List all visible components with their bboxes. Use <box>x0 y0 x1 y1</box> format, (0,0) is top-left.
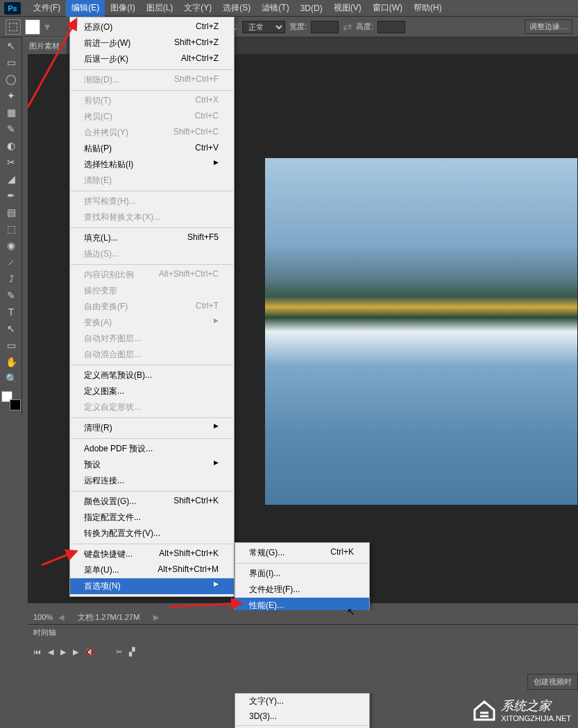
tool-14[interactable]: ⤴ <box>0 270 22 287</box>
goto-start-icon[interactable]: ⏮ <box>33 648 41 657</box>
cut-icon[interactable]: ✂ <box>116 648 122 657</box>
cursor-icon: ↖ <box>347 606 355 617</box>
menu-item[interactable]: 定义画笔预设(B)... <box>70 367 234 383</box>
menu-item: 剪切(T)Ctrl+X <box>70 93 234 109</box>
prev-frame-icon[interactable]: ◀ <box>48 648 53 657</box>
menu-image[interactable]: 图像(I) <box>105 0 140 17</box>
menu-item[interactable]: 菜单(U)...Alt+Shift+Ctrl+M <box>70 562 234 578</box>
menu-item[interactable]: 键盘快捷键...Alt+Shift+Ctrl+K <box>70 546 234 562</box>
tool-1[interactable]: ▭ <box>0 54 22 71</box>
menu-item[interactable]: Adobe PDF 预设... <box>70 441 234 457</box>
width-input[interactable] <box>311 21 339 33</box>
timeline-title: 时间轴 <box>28 625 578 641</box>
tool-7[interactable]: ✂ <box>0 154 22 171</box>
create-video-button[interactable]: 创建视频时 <box>527 674 578 690</box>
tool-9[interactable]: ✒ <box>0 187 22 204</box>
zoom-level[interactable]: 100% <box>28 613 58 621</box>
menu-item[interactable]: 后退一步(K)Alt+Ctrl+Z <box>70 51 234 67</box>
menu-item[interactable]: 还原(O)Ctrl+Z <box>70 19 234 35</box>
mute-icon[interactable]: 🔇 <box>85 648 95 657</box>
edit-dropdown: 还原(O)Ctrl+Z前进一步(W)Shift+Ctrl+Z后退一步(K)Alt… <box>69 17 235 597</box>
menu-item: 拼写检查(H)... <box>70 193 234 209</box>
menu-help[interactable]: 帮助(H) <box>408 0 448 17</box>
tool-3[interactable]: ✦ <box>0 87 22 104</box>
menu-item[interactable]: 选择性粘贴(I)▶ <box>70 157 234 173</box>
menu-item[interactable]: 远程连接... <box>70 473 234 489</box>
menu-item[interactable]: 颜色设置(G)...Shift+Ctrl+K <box>70 494 234 510</box>
menu-item[interactable]: 粘贴(P)Ctrl+V <box>70 141 234 157</box>
tool-12[interactable]: ◉ <box>0 237 22 254</box>
svg-line-2 <box>170 603 241 607</box>
menu-item[interactable]: 预设▶ <box>70 457 234 473</box>
tool-4[interactable]: ▦ <box>0 104 22 121</box>
tool-18[interactable]: ▭ <box>0 337 22 354</box>
tool-17[interactable]: ↖ <box>0 320 22 337</box>
menu-item: 拷贝(C)Ctrl+C <box>70 109 234 125</box>
menu-item: 渐隐(D)...Shift+Ctrl+F <box>70 72 234 88</box>
tool-15[interactable]: ✎ <box>0 287 22 304</box>
menu-item[interactable]: 定义图案... <box>70 383 234 399</box>
menu-window[interactable]: 窗口(W) <box>367 0 408 17</box>
menu-item[interactable]: 界面(I)... <box>235 566 369 582</box>
menu-item: 内容识别比例Alt+Shift+Ctrl+C <box>70 267 234 283</box>
next-frame-icon[interactable]: ▶ <box>73 648 78 657</box>
tool-10[interactable]: ▤ <box>0 204 22 220</box>
tool-20[interactable]: 🔍 <box>0 370 22 387</box>
status-bar: 100% ◀ 文档:1.27M/1.27M ▶ <box>28 610 578 624</box>
tool-6[interactable]: ◐ <box>0 137 22 154</box>
menu-file[interactable]: 文件(F) <box>28 0 66 17</box>
timeline-panel: 时间轴 ⏮ ◀ ▶ ▶ 🔇 ✂ ▞ <box>28 624 578 693</box>
tool-19[interactable]: ✋ <box>0 354 22 370</box>
menu-item[interactable]: 转换为配置文件(V)... <box>70 526 234 541</box>
timeline-controls: ⏮ ◀ ▶ ▶ 🔇 ✂ ▞ <box>28 641 578 664</box>
tool-8[interactable]: ◢ <box>0 171 22 187</box>
refine-edge-button[interactable]: 调整边缘… <box>525 19 572 34</box>
menu-edit[interactable]: 编辑(E) <box>66 0 105 17</box>
menu-item: 自动混合图层... <box>70 347 234 363</box>
menu-select[interactable]: 选择(S) <box>217 0 256 17</box>
document-tab[interactable]: 图片素材 <box>22 37 67 54</box>
bg-color[interactable] <box>10 399 21 410</box>
menu-item[interactable]: 文字(Y)... <box>235 693 369 709</box>
menu-item: 变换(A)▶ <box>70 315 234 331</box>
menu-item: 查找和替换文本(X)... <box>70 209 234 225</box>
menu-item: 定义自定形状... <box>70 399 234 415</box>
transition-icon[interactable]: ▞ <box>129 648 135 657</box>
style-select[interactable]: 正常 <box>242 21 285 33</box>
tool-5[interactable]: ✎ <box>0 121 22 137</box>
watermark-sub: XITONGZHIJIA.NET <box>501 714 571 722</box>
menu-item[interactable]: 前进一步(W)Shift+Ctrl+Z <box>70 35 234 51</box>
menu-item[interactable]: 首选项(N)▶ <box>70 578 234 594</box>
menu-item: 清除(E) <box>70 173 234 189</box>
toolbox: ↖▭◯✦▦✎◐✂◢✒▤⬚◉⟋⤴✎T↖▭✋🔍 <box>0 37 22 415</box>
document-image <box>265 158 577 505</box>
watermark-main: 系统之家 <box>501 697 571 714</box>
menu-filter[interactable]: 滤镜(T) <box>256 0 294 17</box>
menu-item[interactable]: 清理(R)▶ <box>70 420 234 436</box>
document-info: 文档:1.27M/1.27M <box>64 612 153 623</box>
menu-layer[interactable]: 图层(L) <box>141 0 179 17</box>
menu-type[interactable]: 文字(Y) <box>178 0 217 17</box>
menu-view[interactable]: 视图(V) <box>328 0 367 17</box>
foreground-swatch[interactable] <box>25 19 40 35</box>
tool-16[interactable]: T <box>0 304 22 320</box>
app-logo: Ps <box>4 2 21 15</box>
menu-item[interactable]: 文件处理(F)... <box>235 582 369 598</box>
menu-item[interactable]: 3D(3)... <box>235 709 369 723</box>
menu-item[interactable]: 填充(L)...Shift+F5 <box>70 230 234 246</box>
marquee-tool-indicator[interactable] <box>6 19 21 35</box>
height-label: 高度: <box>356 21 373 32</box>
menu-3d[interactable]: 3D(D) <box>295 1 328 16</box>
width-label: 宽度: <box>289 21 307 32</box>
menu-item[interactable]: 指定配置文件... <box>70 510 234 526</box>
menu-item: 合并拷贝(Y)Shift+Ctrl+C <box>70 125 234 141</box>
tool-11[interactable]: ⬚ <box>0 220 22 237</box>
watermark: 系统之家 XITONGZHIJIA.NET <box>472 697 571 722</box>
height-input[interactable] <box>377 21 405 33</box>
play-icon[interactable]: ▶ <box>60 648 66 657</box>
menu-item[interactable]: 常规(G)...Ctrl+K <box>235 545 369 561</box>
menu-item: 自由变换(F)Ctrl+T <box>70 299 234 315</box>
tool-0[interactable]: ↖ <box>0 37 22 54</box>
tool-2[interactable]: ◯ <box>0 71 22 87</box>
tool-13[interactable]: ⟋ <box>0 254 22 270</box>
